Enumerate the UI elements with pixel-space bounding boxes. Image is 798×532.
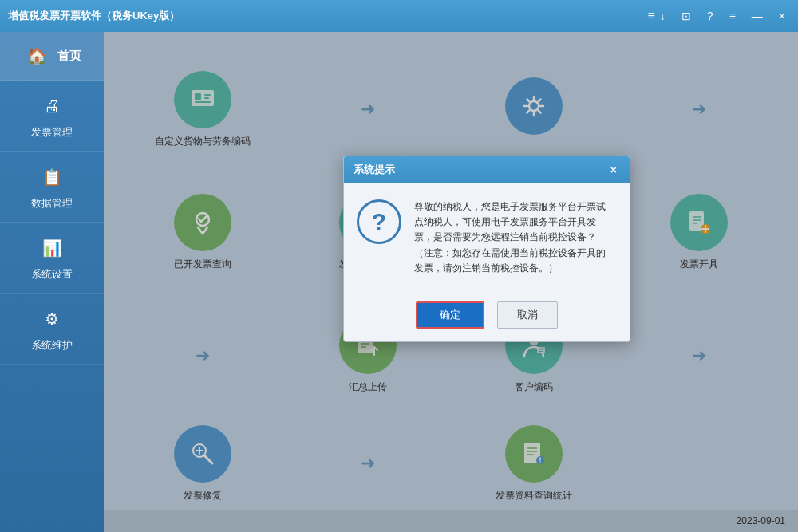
home-icon: 🏠: [22, 41, 51, 70]
window-controls: ↓ ⊡ ? ≡ — ×: [655, 8, 790, 24]
app-body: 🏠 首页 🖨 发票管理 📋 数据管理 📊 系统设置 ⚙ 系统维护: [0, 32, 798, 532]
main-content: 自定义货物与劳务编码 ➜: [104, 32, 798, 532]
app-title: 增值税发票开票软件（税务UKey版）: [8, 9, 638, 23]
confirm-button[interactable]: 确定: [416, 301, 484, 329]
sidebar-settings-label: 系统设置: [31, 267, 73, 282]
sidebar-item-system-settings[interactable]: 📊 系统设置: [0, 223, 104, 294]
dialog-header: 系统提示 ×: [344, 156, 630, 183]
system-dialog: 系统提示 × ? 尊敬的纳税人，您是电子发票服务平台开票试点纳税人，可使用电子发…: [343, 156, 630, 342]
dialog-body: ? 尊敬的纳税人，您是电子发票服务平台开票试点纳税人，可使用电子发票服务平台开具…: [344, 183, 630, 292]
system-settings-icon: 📊: [38, 234, 66, 262]
monitor-icon[interactable]: ⊡: [677, 8, 696, 24]
question-icon: ?: [357, 199, 401, 244]
sidebar-item-invoice-mgmt[interactable]: 🖨 发票管理: [0, 81, 104, 152]
title-bar: 增值税发票开票软件（税务UKey版） ≡ ↓ ⊡ ? ≡ — ×: [0, 0, 798, 32]
data-mgmt-icon: 📋: [38, 163, 66, 191]
sidebar-home-label: 首页: [57, 49, 81, 64]
minimize-button[interactable]: —: [747, 8, 768, 24]
sidebar-maintenance-label: 系统维护: [31, 338, 73, 353]
dialog-title: 系统提示: [354, 163, 395, 177]
invoice-mgmt-icon: 🖨: [38, 92, 66, 120]
download-icon[interactable]: ↓: [655, 8, 670, 24]
sidebar-item-home[interactable]: 🏠 首页: [0, 32, 104, 81]
system-maintenance-icon: ⚙: [38, 305, 66, 333]
sidebar: 🏠 首页 🖨 发票管理 📋 数据管理 📊 系统设置 ⚙ 系统维护: [0, 32, 104, 532]
dialog-close-button[interactable]: ×: [607, 164, 620, 176]
dialog-text: 尊敬的纳税人，您是电子发票服务平台开票试点纳税人，可使用电子发票服务平台开具发票…: [414, 199, 617, 276]
menu-icon[interactable]: ≡: [648, 9, 655, 23]
help-icon[interactable]: ?: [702, 8, 718, 24]
cancel-button[interactable]: 取消: [497, 301, 558, 329]
sidebar-invoice-label: 发票管理: [31, 125, 73, 140]
dialog-overlay: 系统提示 × ? 尊敬的纳税人，您是电子发票服务平台开票试点纳税人，可使用电子发…: [104, 32, 798, 532]
settings-icon[interactable]: ≡: [725, 8, 741, 24]
sidebar-data-label: 数据管理: [31, 196, 73, 211]
sidebar-item-system-maintenance[interactable]: ⚙ 系统维护: [0, 294, 104, 365]
sidebar-item-data-mgmt[interactable]: 📋 数据管理: [0, 152, 104, 223]
close-button[interactable]: ×: [774, 8, 790, 24]
dialog-footer: 确定 取消: [344, 292, 630, 341]
